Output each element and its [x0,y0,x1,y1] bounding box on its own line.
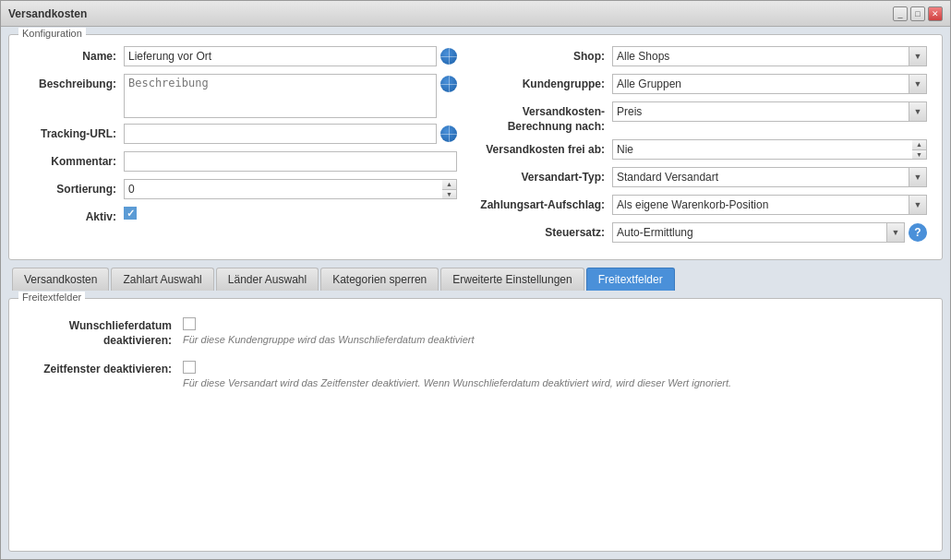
kundengruppe-select-wrap: Alle Gruppen ▼ [612,74,927,94]
shop-select[interactable]: Alle Shops [612,46,927,66]
versandkosten-frei-spinner-buttons: ▲ ▼ [912,139,927,160]
konfiguration-section: Konfiguration Name: Beschreibung: [8,34,943,260]
versandkosten-berechnung-select-wrap: Preis ▼ [612,101,927,122]
kundengruppe-label: Kundengruppe: [476,74,605,90]
kundengruppe-select[interactable]: Alle Gruppen [612,74,927,94]
sortierung-spinner: ▲ ▼ [124,179,457,199]
versandkosten-berechnung-select[interactable]: Preis [612,101,927,122]
zahlungsart-aufschlag-select[interactable]: Als eigene Warenkorb-Position [612,195,927,215]
shop-select-wrap: Alle Shops ▼ [612,46,927,66]
versandart-typ-select-wrap: Standard Versandart ▼ [612,167,927,187]
tab-freitextfelder[interactable]: Freitextfelder [586,268,675,291]
titlebar-buttons: _ □ ✕ [893,6,943,21]
name-row: Name: [24,46,457,68]
sortierung-spin-up[interactable]: ▲ [442,180,456,190]
aktiv-checkbox[interactable]: ✓ [124,207,137,220]
versandart-typ-row: Versandart-Typ: Standard Versandart ▼ [476,167,927,189]
beschreibung-globe-icon[interactable] [440,76,457,92]
tabs-bar: Versandkosten Zahlart Auswahl Länder Aus… [8,268,943,291]
versandkosten-frei-row: Versandkosten frei ab: ▲ ▼ [476,139,927,161]
steuersatz-select-wrap: Auto-Ermittlung ▼ [612,222,905,243]
versandkosten-frei-label: Versandkosten frei ab: [476,139,605,156]
versandkosten-frei-input[interactable] [612,139,927,160]
versandkosten-frei-spin-down[interactable]: ▼ [912,150,926,160]
beschreibung-control [124,74,457,118]
tracking-url-control [124,124,457,144]
aktiv-label: Aktiv: [24,207,116,223]
wunschlieferdatum-label: Wunschlieferdatumdeaktivieren: [24,317,172,348]
versandkosten-berechnung-label: Versandkosten-Berechnung nach: [476,101,605,134]
freitextfelder-section: Freitextfelder Wunschlieferdatumdeaktivi… [8,298,943,552]
tracking-url-globe-icon[interactable] [440,125,457,142]
shop-control: Alle Shops ▼ [612,46,927,66]
name-label: Name: [24,46,116,63]
zahlungsart-aufschlag-select-wrap: Als eigene Warenkorb-Position ▼ [612,195,927,215]
wunschlieferdatum-control: Für diese Kundengruppe wird das Wunschli… [183,317,475,345]
tab-erweiterte-einstellungen[interactable]: Erweiterte Einstellungen [440,268,584,291]
aktiv-control: ✓ [124,207,457,220]
sortierung-row: Sortierung: ▲ ▼ [24,179,457,201]
beschreibung-row: Beschreibung: [24,74,457,118]
sortierung-input[interactable] [124,179,457,199]
steuersatz-select[interactable]: Auto-Ermittlung [612,222,905,243]
versandkosten-frei-spinner: ▲ ▼ [612,139,927,160]
beschreibung-label: Beschreibung: [24,74,116,90]
tab-laender-auswahl[interactable]: Länder Auswahl [216,268,319,291]
kommentar-control [124,151,457,172]
wunschlieferdatum-checkbox[interactable] [183,317,196,330]
freitextfelder-legend: Freitextfelder [18,292,85,303]
zeitfenster-control: Für diese Versandart wird das Zeitfenste… [183,361,731,388]
tab-zahlart-auswahl[interactable]: Zahlart Auswahl [111,268,213,291]
kommentar-row: Kommentar: [24,151,457,173]
steuersatz-control: Auto-Ermittlung ▼ ? [612,222,927,243]
form-left: Name: Beschreibung: [24,46,476,244]
sortierung-label: Sortierung: [24,179,116,196]
form-grid: Name: Beschreibung: [24,46,927,244]
wunschlieferdatum-hint: Für diese Kundengruppe wird das Wunschli… [183,334,475,345]
tracking-url-label: Tracking-URL: [24,124,116,140]
versandart-typ-label: Versandart-Typ: [476,167,605,184]
window-content: Konfiguration Name: Beschreibung: [1,27,950,559]
shop-label: Shop: [476,46,605,63]
versandart-typ-select[interactable]: Standard Versandart [612,167,927,187]
freitext-form: Wunschlieferdatumdeaktivieren: Für diese… [24,317,927,388]
sortierung-spin-down[interactable]: ▼ [442,190,456,199]
name-input[interactable] [124,46,437,66]
titlebar: Versandkosten _ □ ✕ [1,1,950,27]
check-mark: ✓ [126,208,135,220]
steuersatz-help-button[interactable]: ? [909,223,927,242]
zahlungsart-aufschlag-row: Zahlungsart-Aufschlag: Als eigene Warenk… [476,195,927,217]
versandkosten-frei-control: ▲ ▼ [612,139,927,160]
aktiv-row: Aktiv: ✓ [24,207,457,229]
maximize-button[interactable]: □ [910,6,925,21]
main-window: Versandkosten _ □ ✕ Konfiguration Name: [0,0,951,560]
zeitfenster-hint: Für diese Versandart wird das Zeitfenste… [183,377,731,388]
tracking-url-input[interactable] [124,124,437,144]
minimize-button[interactable]: _ [893,6,908,21]
window-title: Versandkosten [8,7,87,20]
zahlungsart-aufschlag-control: Als eigene Warenkorb-Position ▼ [612,195,927,215]
sortierung-control: ▲ ▼ [124,179,457,199]
kundengruppe-control: Alle Gruppen ▼ [612,74,927,94]
zeitfenster-checkbox[interactable] [183,361,196,374]
kommentar-label: Kommentar: [24,151,116,168]
tab-kategorien-sperren[interactable]: Kategorien sperren [320,268,439,291]
tracking-url-row: Tracking-URL: [24,124,457,146]
steuersatz-row: Steuersatz: Auto-Ermittlung ▼ ? [476,222,927,244]
tab-versandkosten[interactable]: Versandkosten [12,268,109,291]
versandkosten-berechnung-row: Versandkosten-Berechnung nach: Preis ▼ [476,101,927,134]
versandkosten-frei-spin-up[interactable]: ▲ [912,140,926,150]
kommentar-input[interactable] [124,151,457,172]
close-button[interactable]: ✕ [928,6,943,21]
versandart-typ-control: Standard Versandart ▼ [612,167,927,187]
sortierung-spinner-buttons: ▲ ▼ [442,179,457,199]
form-right: Shop: Alle Shops ▼ Kundengrupp [476,46,927,244]
shop-row: Shop: Alle Shops ▼ [476,46,927,68]
kundengruppe-row: Kundengruppe: Alle Gruppen ▼ [476,74,927,96]
zahlungsart-aufschlag-label: Zahlungsart-Aufschlag: [476,195,605,211]
steuersatz-label: Steuersatz: [476,222,605,239]
versandkosten-berechnung-control: Preis ▼ [612,101,927,122]
beschreibung-textarea[interactable] [124,74,437,118]
name-globe-icon[interactable] [440,48,457,65]
wunschlieferdatum-row: Wunschlieferdatumdeaktivieren: Für diese… [24,317,927,348]
